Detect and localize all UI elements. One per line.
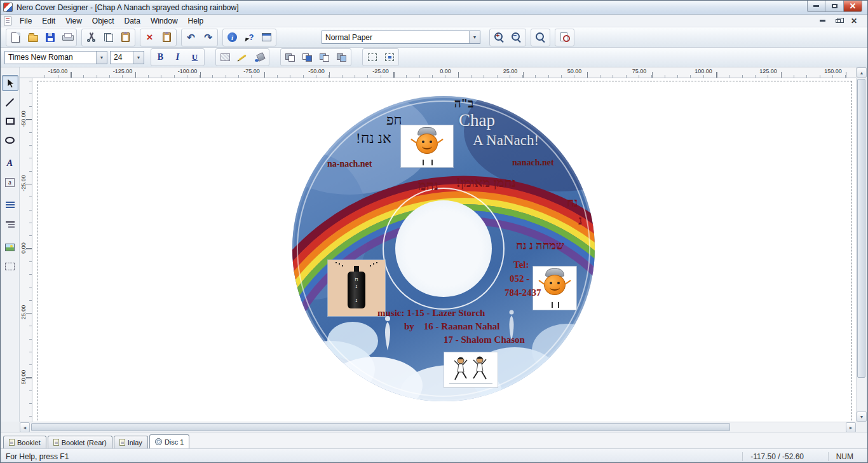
horizontal-scrollbar[interactable]: ◄ ► bbox=[20, 422, 856, 432]
selection-content-button[interactable] bbox=[381, 50, 398, 65]
scroll-right-icon[interactable]: ► bbox=[846, 422, 856, 432]
hebrew-simcha-text[interactable]: שמחה נ נח bbox=[516, 240, 564, 252]
copy-button[interactable] bbox=[100, 30, 117, 45]
site-right-text[interactable]: nanach.net bbox=[512, 158, 554, 168]
chevron-down-icon[interactable] bbox=[469, 31, 480, 43]
paste-special-button[interactable] bbox=[158, 30, 175, 45]
menu-file[interactable]: File bbox=[15, 15, 37, 27]
hebrew-nach-text[interactable]: נח bbox=[567, 197, 578, 209]
paste-button[interactable] bbox=[117, 30, 134, 45]
open-button[interactable] bbox=[24, 30, 41, 45]
selection-frame-button[interactable] bbox=[363, 50, 381, 65]
line-tool-button[interactable] bbox=[2, 94, 18, 110]
font-size-combo[interactable]: 24 bbox=[110, 51, 144, 64]
to-back-button[interactable] bbox=[299, 50, 316, 65]
zoom-window-button[interactable] bbox=[532, 30, 549, 45]
scroll-left-icon[interactable]: ◄ bbox=[20, 422, 30, 432]
rectangle-icon bbox=[6, 118, 15, 125]
directory-tool-button[interactable] bbox=[2, 216, 18, 232]
cd-disc-design[interactable]: נ נח bbox=[292, 96, 595, 401]
zoom-out-button[interactable] bbox=[508, 30, 525, 45]
vertical-scroll-thumb[interactable] bbox=[857, 79, 865, 378]
select-tool-button[interactable] bbox=[2, 75, 18, 91]
italic-button[interactable]: I bbox=[169, 50, 186, 65]
tel-line2[interactable]: 052 - bbox=[510, 274, 529, 284]
mdi-close-button[interactable]: ✕ bbox=[847, 16, 861, 26]
fill-button[interactable] bbox=[251, 50, 268, 65]
print-button[interactable] bbox=[58, 30, 76, 45]
tel-line3[interactable]: 784-2437 bbox=[505, 288, 541, 298]
maximize-button[interactable] bbox=[825, 1, 844, 12]
ruler-label: 75.00 bbox=[623, 68, 655, 74]
tab-disc-1[interactable]: Disc 1 bbox=[149, 434, 190, 448]
mdi-minimize-button[interactable] bbox=[815, 16, 829, 26]
tel-line1[interactable]: Tel: bbox=[513, 260, 529, 270]
zoom-in-button[interactable] bbox=[491, 30, 508, 45]
artistic-text-tool-button[interactable] bbox=[2, 155, 18, 171]
save-button[interactable] bbox=[41, 30, 58, 45]
minimize-button[interactable] bbox=[807, 1, 825, 12]
menu-help[interactable]: Help bbox=[183, 15, 209, 27]
bold-button[interactable]: B bbox=[152, 50, 169, 65]
menu-edit[interactable]: Edit bbox=[37, 15, 60, 27]
design-canvas[interactable]: נ נח bbox=[32, 78, 856, 422]
tab-booklet[interactable]: Booklet bbox=[3, 436, 46, 448]
menu-window[interactable]: Window bbox=[146, 15, 183, 27]
info-button[interactable] bbox=[224, 30, 241, 45]
music-credits-line3[interactable]: 17 - Shalom Chason bbox=[444, 335, 525, 345]
paper-type-combo[interactable]: Normal Paper bbox=[322, 31, 480, 44]
tab-booklet-rear[interactable]: Booklet (Rear) bbox=[48, 436, 112, 448]
redo-button[interactable]: ↷ bbox=[200, 30, 217, 45]
selection-group bbox=[362, 48, 399, 66]
new-button[interactable] bbox=[7, 30, 24, 45]
selection-frame-icon bbox=[368, 53, 377, 61]
rectangle-tool-button[interactable] bbox=[2, 113, 18, 129]
tab-inlay[interactable]: Inlay bbox=[114, 436, 148, 448]
disc-title-line2[interactable]: A NaNach! bbox=[473, 133, 539, 148]
menu-object[interactable]: Object bbox=[87, 15, 119, 27]
undo-button[interactable]: ↶ bbox=[182, 30, 200, 45]
hebrew-a-na-nach-text[interactable]: אנ נח! bbox=[356, 131, 391, 146]
vertical-scrollbar[interactable]: ▲ ▼ bbox=[856, 67, 866, 422]
horizontal-scroll-thumb[interactable] bbox=[31, 423, 730, 431]
zoom-out-icon bbox=[511, 32, 522, 43]
chevron-down-icon[interactable] bbox=[133, 52, 144, 64]
context-help-button[interactable] bbox=[241, 30, 258, 45]
chevron-down-icon[interactable] bbox=[96, 52, 107, 64]
hebrew-nachman-meuman-text[interactable]: נחמן מאומן! bbox=[456, 176, 516, 190]
track-list-tool-button[interactable] bbox=[2, 197, 18, 213]
backward-one-button[interactable] bbox=[333, 50, 350, 65]
image-tool-button[interactable] bbox=[2, 239, 18, 255]
site-left-text[interactable]: na-nach.net bbox=[327, 160, 372, 169]
disc-title-line1[interactable]: Chap bbox=[459, 111, 495, 129]
delete-button[interactable]: × bbox=[141, 30, 158, 45]
close-button[interactable]: ✕ bbox=[844, 1, 862, 12]
pattern-button[interactable] bbox=[217, 50, 234, 65]
menu-data[interactable]: Data bbox=[119, 15, 146, 27]
music-credits-line1[interactable]: music: 1-15 - Lazer Storch bbox=[377, 308, 485, 319]
underline-button[interactable]: U bbox=[186, 50, 203, 65]
ruler-label: 150.00 bbox=[817, 68, 849, 74]
field-tool-button[interactable] bbox=[2, 258, 18, 274]
cut-button[interactable] bbox=[83, 30, 100, 45]
hebrew-nachma-text[interactable]: נחמ bbox=[418, 179, 438, 193]
document-icon[interactable] bbox=[4, 17, 11, 25]
text-box-tool-button[interactable] bbox=[2, 174, 18, 190]
font-family-combo[interactable]: Times New Roman bbox=[4, 51, 107, 64]
dancers-image[interactable] bbox=[444, 352, 498, 387]
print-preview-button[interactable] bbox=[556, 30, 573, 45]
scroll-up-icon[interactable]: ▲ bbox=[857, 67, 867, 78]
nanach-character-top[interactable] bbox=[401, 125, 453, 167]
ellipse-tool-button[interactable] bbox=[2, 132, 18, 148]
hebrew-n-text[interactable]: נ bbox=[578, 214, 582, 227]
pen-button[interactable] bbox=[234, 50, 251, 65]
spray-can-image[interactable]: נ נח bbox=[328, 260, 385, 316]
hebrew-chap-text[interactable]: חפ bbox=[386, 113, 402, 127]
forward-one-button[interactable] bbox=[316, 50, 333, 65]
music-credits-line2[interactable]: by 16 - Raanan Nahal bbox=[404, 322, 499, 332]
properties-button[interactable] bbox=[258, 30, 275, 45]
menu-view[interactable]: View bbox=[60, 15, 87, 27]
scroll-down-icon[interactable]: ▼ bbox=[857, 411, 867, 422]
to-front-button[interactable] bbox=[281, 50, 299, 65]
mdi-restore-button[interactable] bbox=[831, 16, 845, 26]
